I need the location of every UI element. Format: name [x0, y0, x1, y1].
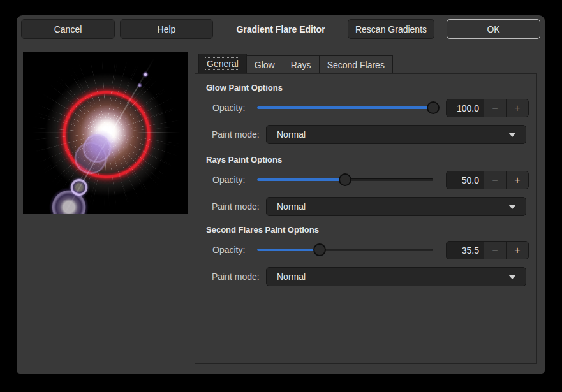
opacity-label: Opacity:	[212, 103, 245, 113]
second-flares-paint-mode-dropdown[interactable]: Normal	[266, 267, 526, 286]
second-flares-opacity-value[interactable]: 35.5	[447, 242, 484, 259]
dialog-title: Gradient Flare Editor	[217, 15, 344, 43]
rays-opacity-value[interactable]: 50.0	[447, 171, 484, 189]
paint-mode-label: Paint mode:	[212, 201, 260, 212]
paint-mode-label: Paint mode:	[212, 272, 260, 282]
paint-mode-label: Paint mode:	[212, 129, 260, 140]
chevron-down-icon	[508, 275, 516, 279]
slider-handle[interactable]	[427, 101, 440, 114]
rescan-gradients-button[interactable]: Rescan Gradients	[348, 19, 434, 39]
tab-second-flares[interactable]: Second Flares	[319, 55, 393, 74]
minus-icon[interactable]: −	[484, 171, 506, 189]
second-flares-opacity-spinner: 35.5 − +	[446, 241, 529, 259]
rays-opacity-slider[interactable]	[257, 173, 433, 186]
tab-general[interactable]: General	[198, 54, 247, 74]
slider-handle[interactable]	[313, 243, 326, 256]
glow-paint-mode-dropdown[interactable]: Normal	[266, 125, 526, 144]
tab-glow[interactable]: Glow	[246, 55, 283, 74]
slider-handle[interactable]	[339, 173, 351, 186]
section-heading: Second Flares Paint Options	[206, 225, 319, 235]
plus-icon[interactable]: +	[506, 242, 528, 259]
ok-button[interactable]: OK	[447, 19, 540, 39]
header-bar: Cancel Help Gradient Flare Editor Rescan…	[17, 15, 545, 43]
opacity-label: Opacity:	[212, 175, 245, 185]
flare-second-flares-graphic	[23, 52, 188, 214]
slider-fill	[257, 106, 433, 109]
general-tab-panel: Glow Paint Options Opacity: 100.0 − + Pa…	[195, 73, 537, 364]
opacity-label: Opacity:	[212, 245, 245, 255]
glow-paint-options-section: Glow Paint Options Opacity: 100.0 − + Pa…	[195, 83, 536, 147]
help-button[interactable]: Help	[120, 19, 213, 39]
slider-fill	[257, 178, 345, 181]
plus-icon[interactable]: +	[506, 171, 528, 189]
chevron-down-icon	[508, 133, 516, 137]
minus-icon[interactable]: −	[484, 99, 506, 117]
tab-second-flares-label: Second Flares	[325, 59, 387, 71]
tab-glow-label: Glow	[253, 59, 277, 71]
tab-rays-label: Rays	[289, 59, 313, 71]
rays-opacity-spinner: 50.0 − +	[446, 171, 529, 189]
flare-preview	[23, 52, 188, 214]
paint-mode-value: Normal	[267, 272, 508, 282]
glow-opacity-slider[interactable]	[257, 101, 433, 114]
slider-fill	[257, 249, 320, 251]
section-heading: Glow Paint Options	[206, 83, 283, 92]
glow-opacity-spinner: 100.0 − +	[446, 99, 529, 117]
notebook-tabs: General Glow Rays Second Flares	[198, 54, 392, 74]
gradient-flare-editor-window: Cancel Help Gradient Flare Editor Rescan…	[0, 0, 562, 392]
dialog: Cancel Help Gradient Flare Editor Rescan…	[17, 15, 545, 374]
cancel-button[interactable]: Cancel	[21, 19, 115, 39]
rays-paint-mode-dropdown[interactable]: Normal	[266, 197, 526, 216]
paint-mode-value: Normal	[267, 129, 508, 140]
second-flares-paint-options-section: Second Flares Paint Options Opacity: 35.…	[195, 225, 536, 289]
plus-icon[interactable]: +	[506, 99, 528, 117]
tab-general-label: General	[205, 57, 240, 70]
second-flares-opacity-slider[interactable]	[257, 243, 433, 256]
minus-icon[interactable]: −	[484, 242, 506, 259]
glow-opacity-value[interactable]: 100.0	[447, 99, 484, 117]
section-heading: Rays Paint Options	[206, 155, 282, 164]
paint-mode-value: Normal	[267, 201, 508, 212]
rays-paint-options-section: Rays Paint Options Opacity: 50.0 − + Pai…	[195, 155, 536, 219]
chevron-down-icon	[508, 205, 516, 209]
tab-rays[interactable]: Rays	[283, 55, 320, 74]
